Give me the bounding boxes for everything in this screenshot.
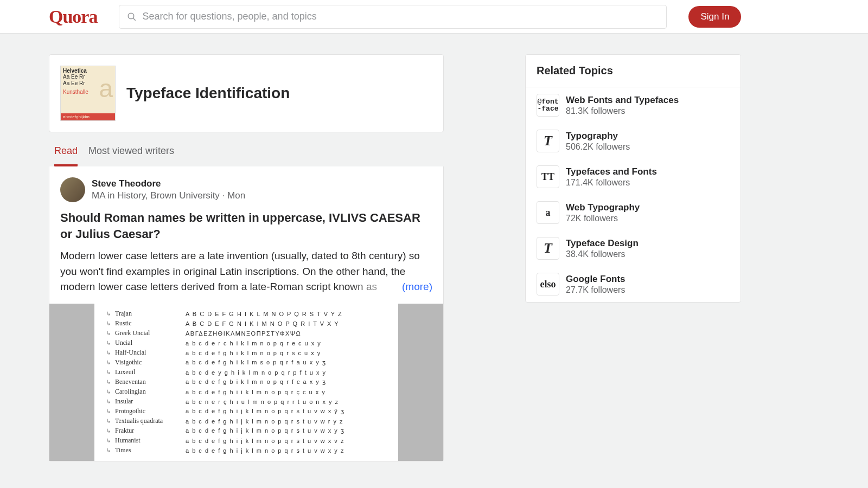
related-topics-card: Related Topics @font -faceWeb Fonts and …	[525, 54, 741, 303]
related-topic-name: Google Fonts	[566, 274, 626, 285]
script-row: ↳RusticA B C D E F G N I K I M N O P Q R…	[106, 319, 386, 329]
related-topic-icon: TT	[537, 165, 559, 188]
post-header: Steve Theodore MA in History, Brown Univ…	[60, 177, 432, 202]
script-letters: a b c d e f g h i j k l m n o p q r s t …	[186, 408, 344, 415]
script-letters: a b c n e r ç h ı u l m n o p q r r t u …	[186, 399, 339, 405]
related-topic-icon: a	[537, 201, 559, 224]
logo[interactable]: Quora	[49, 7, 97, 27]
post-author[interactable]: Steve Theodore	[92, 178, 245, 189]
branch-icon: ↳	[106, 447, 115, 453]
script-label: Carolingian	[115, 388, 186, 396]
branch-icon: ↳	[106, 408, 115, 414]
script-letters: a b c d e f g h i j k l m n o p q r s t …	[186, 427, 344, 434]
script-label: Rustic	[115, 319, 186, 328]
script-letters: ΑΒΓΔΕΖΗΘΙΚΛΜΝΞΟΠΡΣΤΥΦΧΨΩ	[186, 330, 301, 337]
related-topic-followers: 171.4K followers	[566, 178, 657, 188]
related-topics-heading: Related Topics	[526, 55, 741, 87]
script-row: ↳Textualis quadrataa b c d e f g h i j k…	[106, 416, 386, 426]
script-row: ↳Fraktura b c d e f g h i j k l m n o p …	[106, 426, 386, 436]
script-letters: A B C D E F G H I K L M N O P Q R S T V …	[186, 311, 342, 317]
sidebar: Related Topics @font -faceWeb Fonts and …	[525, 54, 741, 303]
topic-title: Typeface Identification	[126, 85, 290, 102]
related-topic-name: Typefaces and Fonts	[566, 166, 657, 177]
branch-icon: ↳	[106, 389, 115, 395]
script-label: Textualis quadrata	[115, 417, 186, 425]
script-label: Half-Uncial	[115, 349, 186, 357]
related-topic-followers: 72K followers	[566, 214, 640, 223]
script-letters: a b c d e f g h i j k l m n o p q r s t …	[186, 447, 344, 454]
topic-image-text: a	[99, 74, 113, 103]
script-row: ↳Greek UncialΑΒΓΔΕΖΗΘΙΚΛΜΝΞΟΠΡΣΤΥΦΧΨΩ	[106, 329, 386, 338]
post-image: ↳TrajanA B C D E F G H I K L M N O P Q R…	[49, 304, 443, 461]
script-label: Trajan	[115, 310, 186, 318]
script-label: Beneventan	[115, 378, 186, 386]
main-column: Helvetica Aa Ee Rr Aa Ee Rr a Kunsthalle…	[49, 54, 444, 461]
tab-read[interactable]: Read	[54, 145, 78, 166]
script-letters: a b c d e f g b i k l m n o p q r f c a …	[186, 378, 326, 386]
branch-icon: ↳	[106, 438, 115, 444]
svg-line-1	[133, 18, 136, 21]
related-topic-item[interactable]: TTypography506.2K followers	[526, 123, 741, 159]
related-topic-icon: T	[537, 237, 559, 260]
branch-icon: ↳	[106, 320, 115, 326]
post-body: Modern lower case letters are a late inv…	[60, 248, 432, 295]
related-topic-item[interactable]: @font -faceWeb Fonts and Typefaces81.3K …	[526, 87, 741, 123]
signin-button[interactable]: Sign In	[688, 6, 741, 28]
branch-icon: ↳	[106, 359, 115, 365]
related-topic-item[interactable]: aWeb Typography72K followers	[526, 195, 741, 230]
related-topic-followers: 38.4K followers	[566, 249, 639, 259]
avatar[interactable]	[60, 177, 85, 202]
search-icon	[127, 12, 137, 22]
related-topic-item[interactable]: elsoGoogle Fonts27.7K followers	[526, 266, 741, 302]
related-topic-followers: 81.3K followers	[566, 106, 679, 116]
more-link[interactable]: (more)	[399, 279, 432, 295]
script-row: ↳Carolingiana b c d e f g h i i k l m n …	[106, 387, 386, 397]
script-letters: a b c d e y g h i k l m n o p q r p f t …	[186, 369, 326, 376]
branch-icon: ↳	[106, 311, 115, 317]
svg-point-0	[129, 13, 135, 19]
script-label: Fraktur	[115, 427, 186, 435]
script-row: ↳Insulara b c n e r ç h ı u l m n o p q …	[106, 397, 386, 407]
script-letters: a b c d e f g h i k l m s o p q r f a u …	[186, 359, 326, 366]
script-letters: a b c d e f g h i j k l m n o p q r s t …	[186, 438, 344, 444]
branch-icon: ↳	[106, 340, 115, 346]
script-label: Times	[115, 446, 186, 454]
header: Quora Sign In	[0, 0, 868, 34]
script-letters: a b c d e f g h i j k l m n o p q r s t …	[186, 418, 343, 425]
related-topic-name: Web Typography	[566, 202, 640, 213]
branch-icon: ↳	[106, 428, 115, 434]
script-row: ↳Beneventana b c d e f g b i k l m n o p…	[106, 377, 386, 387]
related-topic-followers: 506.2K followers	[566, 142, 630, 152]
script-evolution-table: ↳TrajanA B C D E F G H I K L M N O P Q R…	[94, 304, 398, 461]
script-row: ↳Protogothica b c d e f g h i j k l m n …	[106, 407, 386, 416]
post-title[interactable]: Should Roman names be written in upperca…	[60, 210, 432, 242]
script-row: ↳Humanista b c d e f g h i j k l m n o p…	[106, 436, 386, 446]
branch-icon: ↳	[106, 330, 115, 336]
related-topic-item[interactable]: TTTypefaces and Fonts171.4K followers	[526, 159, 741, 195]
script-label: Humanist	[115, 436, 186, 445]
script-label: Greek Uncial	[115, 329, 186, 337]
script-letters: A B C D E F G N I K I M N O P Q R I T V …	[186, 320, 339, 327]
post-credentials: MA in History, Brown University · Mon	[92, 190, 245, 201]
related-topic-name: Typography	[566, 131, 630, 142]
branch-icon: ↳	[106, 350, 115, 356]
topic-image-text: abcdefghijklm	[61, 113, 115, 120]
script-label: Luxeuil	[115, 368, 186, 376]
related-topic-icon: T	[537, 130, 559, 152]
related-topic-followers: 27.7K followers	[566, 285, 626, 295]
related-topic-icon: elso	[537, 273, 559, 296]
search-box[interactable]	[119, 5, 667, 29]
script-row: ↳Visigothica b c d e f g h i k l m s o p…	[106, 358, 386, 368]
script-label: Uncial	[115, 339, 186, 347]
tab-most-viewed-writers[interactable]: Most viewed writers	[88, 145, 174, 166]
branch-icon: ↳	[106, 399, 115, 404]
script-label: Visigothic	[115, 358, 186, 367]
topic-header-card: Helvetica Aa Ee Rr Aa Ee Rr a Kunsthalle…	[49, 54, 444, 132]
script-letters: a b c d e f g h i k l m n o p q r s c u …	[186, 350, 321, 356]
related-topic-name: Web Fonts and Typefaces	[566, 95, 679, 106]
post-card: Steve Theodore MA in History, Brown Univ…	[49, 166, 444, 461]
script-label: Protogothic	[115, 407, 186, 415]
search-input[interactable]	[142, 11, 659, 22]
related-topics-list: @font -faceWeb Fonts and Typefaces81.3K …	[526, 87, 741, 302]
related-topic-item[interactable]: TTypeface Design38.4K followers	[526, 230, 741, 266]
